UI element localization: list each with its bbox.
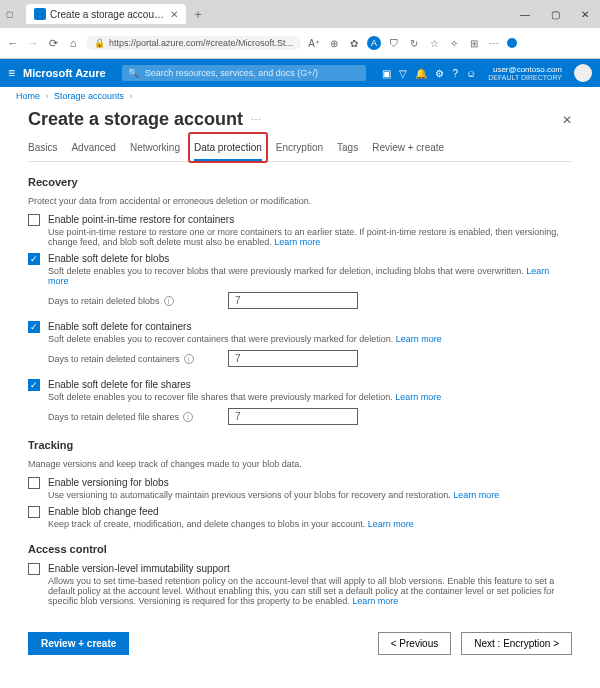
chevron-right-icon: › [130,91,133,101]
checkbox-versioning[interactable] [28,477,40,489]
window-maximize-button[interactable]: ▢ [540,9,570,20]
access-heading: Access control [28,543,572,555]
address-bar[interactable]: 🔒 https://portal.azure.com/#create/Micro… [86,36,301,50]
wizard-footer: Review + create < Previous Next : Encryp… [28,622,572,655]
wizard-tabs: Basics Advanced Networking Data protecti… [28,136,572,162]
info-icon[interactable]: i [183,412,193,422]
container-days-input[interactable] [228,350,358,367]
lock-icon: 🔒 [94,38,105,48]
forward-button[interactable]: → [26,37,40,49]
learn-more-link[interactable]: Learn more [368,519,414,529]
fileshare-days-input[interactable] [228,408,358,425]
soft-delete-containers-help: Soft delete enables you to recover conta… [48,334,572,344]
access-control-section: Access control Enable version-level immu… [28,543,572,606]
soft-delete-fileshares-help: Soft delete enables you to recover file … [48,392,572,402]
user-email: user@contoso.com [493,66,562,74]
close-tab-icon[interactable]: ✕ [170,9,178,20]
next-button[interactable]: Next : Encryption > [461,632,572,655]
back-button[interactable]: ← [6,37,20,49]
browser-tab-title: Create a storage account - Micr... [50,9,164,20]
shopping-icon[interactable]: ✿ [347,38,361,49]
breadcrumb: Home › Storage accounts › [0,87,600,105]
info-icon[interactable]: i [184,354,194,364]
learn-more-link[interactable]: Learn more [352,596,398,606]
feedback-icon[interactable]: ☺ [466,68,476,79]
blob-days-input[interactable] [228,292,358,309]
pit-restore-label: Enable point-in-time restore for contain… [48,214,572,225]
soft-delete-containers-label: Enable soft delete for containers [48,321,572,332]
previous-button[interactable]: < Previous [378,632,452,655]
tab-encryption[interactable]: Encryption [276,136,323,161]
tracking-heading: Tracking [28,439,572,451]
immutability-help: Allows you to set time-based retention p… [48,576,572,606]
checkbox-soft-delete-blobs[interactable]: ✓ [28,253,40,265]
tab-networking[interactable]: Networking [130,136,180,161]
breadcrumb-storage-accounts[interactable]: Storage accounts [54,91,124,101]
container-days-label: Days to retain deleted containers i [48,354,228,364]
new-tab-button[interactable]: ＋ [192,6,204,23]
url-text: https://portal.azure.com/#create/Microso… [109,38,293,48]
tab-advanced[interactable]: Advanced [71,136,115,161]
tab-review-create[interactable]: Review + create [372,136,444,161]
user-directory: DEFAULT DIRECTORY [488,74,562,81]
browser-profile-icon[interactable] [507,38,517,48]
user-menu[interactable]: user@contoso.com DEFAULT DIRECTORY [488,66,562,81]
more-actions-icon[interactable]: ⋯ [251,114,262,125]
info-icon[interactable]: i [164,296,174,306]
window-minimize-button[interactable]: — [510,9,540,20]
checkbox-soft-delete-fileshares[interactable]: ✓ [28,379,40,391]
recovery-desc: Protect your data from accidental or err… [28,196,572,206]
profile-badge-icon[interactable]: A [367,36,381,50]
sync-icon[interactable]: ↻ [407,38,421,49]
azure-search-box[interactable]: 🔍 [122,65,367,81]
browser-tab-bar: ▢ Create a storage account - Micr... ✕ ＋… [0,0,600,28]
tab-actions-icon[interactable]: ▢ [4,8,16,20]
browser-chrome: ▢ Create a storage account - Micr... ✕ ＋… [0,0,600,59]
cloud-shell-icon[interactable]: ▣ [382,68,391,79]
menu-icon[interactable]: ≡ [8,66,15,80]
azure-search-input[interactable] [143,67,361,79]
page-content: Create a storage account ⋯ ✕ Basics Adva… [0,105,600,688]
azure-portal-header: ≡ Microsoft Azure 🔍 ▣ ▽ 🔔 ⚙ ? ☺ user@con… [0,59,600,87]
favorites-icon[interactable]: ☆ [427,38,441,49]
azure-brand[interactable]: Microsoft Azure [23,67,106,79]
directory-filter-icon[interactable]: ▽ [399,68,407,79]
shield-icon[interactable]: ⛉ [387,38,401,49]
chevron-right-icon: › [46,91,49,101]
learn-more-link[interactable]: Learn more [396,334,442,344]
search-icon: 🔍 [128,68,139,78]
ellipsis-icon[interactable]: ⋯ [487,38,501,49]
search-icon[interactable]: ⊕ [327,38,341,49]
review-create-button[interactable]: Review + create [28,632,129,655]
pit-restore-help: Use point-in-time restore to restore one… [48,227,572,247]
learn-more-link[interactable]: Learn more [395,392,441,402]
window-close-button[interactable]: ✕ [570,9,600,20]
learn-more-link[interactable]: Learn more [453,490,499,500]
browser-tab[interactable]: Create a storage account - Micr... ✕ [26,4,186,24]
tab-tags[interactable]: Tags [337,136,358,161]
refresh-button[interactable]: ⟳ [46,37,60,50]
read-aloud-icon[interactable]: A⁺ [307,38,321,49]
tab-basics[interactable]: Basics [28,136,57,161]
browser-toolbar: ← → ⟳ ⌂ 🔒 https://portal.azure.com/#crea… [0,28,600,58]
breadcrumb-home[interactable]: Home [16,91,40,101]
settings-icon[interactable]: ⚙ [435,68,444,79]
recovery-heading: Recovery [28,176,572,188]
checkbox-changefeed[interactable] [28,506,40,518]
tab-data-protection[interactable]: Data protection [194,136,262,161]
checkbox-immutability[interactable] [28,563,40,575]
checkbox-pit-restore[interactable] [28,214,40,226]
help-icon[interactable]: ? [452,68,458,79]
page-title: Create a storage account [28,109,243,130]
notifications-icon[interactable]: 🔔 [415,68,427,79]
close-blade-icon[interactable]: ✕ [562,113,572,127]
learn-more-link[interactable]: Learn more [274,237,320,247]
extensions-icon[interactable]: ✧ [447,38,461,49]
immutability-label: Enable version-level immutability suppor… [48,563,572,574]
avatar[interactable] [574,64,592,82]
home-button[interactable]: ⌂ [66,37,80,49]
changefeed-label: Enable blob change feed [48,506,572,517]
blob-days-label: Days to retain deleted blobs i [48,296,228,306]
collections-icon[interactable]: ⊞ [467,38,481,49]
checkbox-soft-delete-containers[interactable]: ✓ [28,321,40,333]
